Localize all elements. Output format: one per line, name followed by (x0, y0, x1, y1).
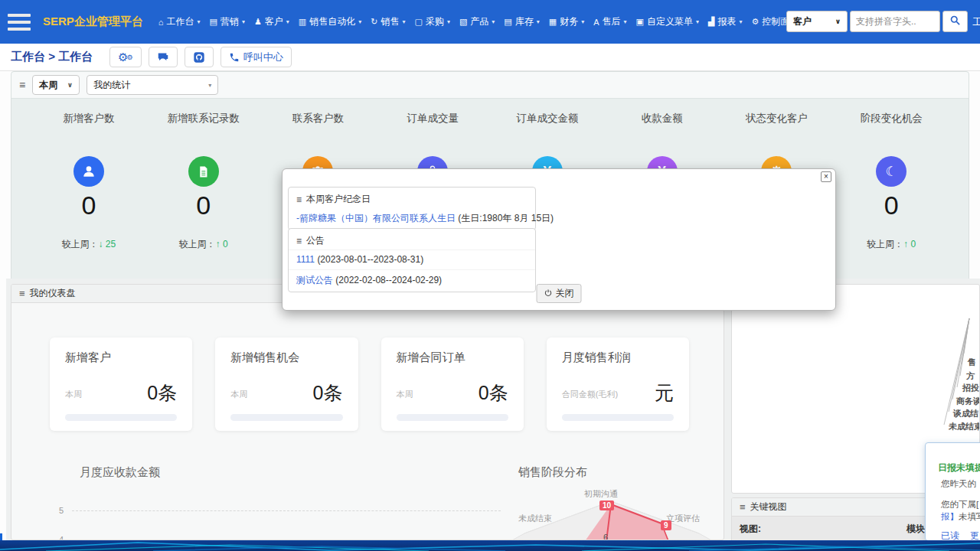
app-brand: SERP企业管理平台 (43, 15, 143, 29)
grid-icon: ▤ (210, 17, 217, 27)
radar-value-badge: 9 (661, 520, 671, 530)
chevron-down-icon: ▾ (358, 18, 361, 25)
global-search-input[interactable] (850, 11, 940, 32)
dashboard-card-new-opportunities: 新增销售机会本周0条 (215, 337, 358, 431)
list-icon: ≡ (296, 236, 302, 246)
card-value: 0条 (479, 380, 508, 406)
stat-card: 新增联系记录数0较上周：↑ 0 (146, 112, 261, 249)
clipped-nav-text: 工 (972, 15, 980, 29)
close-button[interactable]: 关闭 (537, 284, 582, 303)
package-icon: ▧ (459, 17, 467, 27)
nav-item-custom-menu[interactable]: ▣自定义菜单▾ (636, 15, 699, 28)
panel-menu-icon[interactable]: ≡ (19, 288, 25, 299)
dashboard-card-new-customers: 新增客户本周0条 (50, 337, 192, 431)
stats-header: ≡ 本周 ∨ 我的统计 ▾ (11, 72, 969, 99)
gear-icon: ⚙ (751, 17, 759, 27)
github-icon (193, 51, 205, 64)
daily-report-link2[interactable]: 报】 (941, 512, 959, 521)
nav-item-marketing[interactable]: ▤营销▾ (210, 15, 245, 28)
chevron-down-icon: ▾ (739, 18, 742, 25)
box-icon: ▢ (415, 17, 423, 27)
stat-title: 新增客户数 (31, 112, 146, 126)
dashboard-card-monthly-profit: 月度销售利润合同金额(毛利)元 (547, 337, 689, 431)
radar-label: 未成结束 (518, 513, 552, 524)
hamburger-menu-icon[interactable] (8, 14, 31, 31)
chevron-down-icon: ▾ (696, 18, 699, 25)
announcement-row: 测试公告 (2022-02-08--2024-02-29) (289, 269, 535, 292)
github-button[interactable] (185, 47, 214, 67)
chart-icon: ▟ (708, 17, 714, 27)
nav-search-group: 客户 ∨ (786, 11, 968, 32)
y-axis-tick: 5 (59, 506, 64, 515)
search-button[interactable] (942, 11, 968, 32)
nav-item-inventory[interactable]: ▤库存▾ (504, 15, 539, 28)
period-select[interactable]: 本周 ∨ (32, 75, 80, 95)
daily-report-notification: 日报未填提醒 2 您昨天的【日 您的下属[ 马大 报】未填写。 已读 更多... (925, 442, 980, 541)
nav-item-customers[interactable]: ♟客户▾ (254, 15, 289, 28)
announcement-row: 1111 (2023-08-01--2023-08-31) (289, 249, 535, 269)
card-progress-bar (397, 414, 508, 421)
list-icon: ▤ (504, 17, 511, 27)
announcement-link[interactable]: 测试公告 (296, 275, 333, 285)
stat-value: 0 (834, 191, 949, 220)
search-icon (949, 15, 961, 29)
card-period-label: 本周 (230, 389, 247, 406)
file-icon (188, 156, 219, 187)
stat-title: 订单成交量 (375, 112, 490, 126)
card-value: 元 (655, 380, 674, 406)
settings-button[interactable]: ⚙⚙ (109, 47, 142, 67)
anniversary-link[interactable]: -箭牌糖果（中国）有限公司联系人生日 (296, 213, 456, 223)
stat-title: 状态变化客户 (720, 112, 835, 126)
nav-item-purchasing[interactable]: ▢采购▾ (415, 15, 450, 28)
anniversary-header: 本周客户纪念日 (306, 193, 371, 206)
nav-item-after-sales[interactable]: A售后▾ (593, 15, 626, 28)
nav-item-reports[interactable]: ▟报表▾ (708, 15, 742, 28)
card-progress-bar (562, 414, 674, 421)
nav-item-sales[interactable]: ↻销售▾ (371, 15, 405, 28)
nav-item-sales-automation[interactable]: ▥销售自动化▾ (299, 15, 361, 28)
chevron-down-icon: ∨ (67, 81, 73, 89)
nav-item-finance[interactable]: ▦财务▾ (549, 15, 584, 28)
chevron-down-icon: ▾ (447, 18, 450, 25)
announcements-header: 公告 (306, 234, 325, 247)
receivables-chart-title: 月度应收款金额 (80, 465, 160, 480)
card-title: 新增销售机会 (230, 350, 342, 365)
pie-slice-label: 未成结束 (949, 421, 980, 432)
stat-title: 新增联系记录数 (146, 112, 261, 126)
tiles-icon: ▦ (549, 17, 557, 27)
scope-select[interactable]: 我的统计 ▾ (87, 75, 218, 95)
panel-menu-icon[interactable]: ≡ (19, 79, 25, 91)
announcement-rows: 1111 (2023-08-01--2023-08-31)测试公告 (2022-… (289, 249, 535, 292)
call-center-button[interactable]: 呼叫中心 (220, 47, 292, 67)
daily-report-link[interactable]: 【日 (976, 479, 980, 488)
announcements-box: ≡ 公告 1111 (2023-08-01--2023-08-31)测试公告 (… (288, 228, 536, 292)
close-icon[interactable]: × (821, 171, 831, 182)
announcement-link[interactable]: 1111 (296, 254, 315, 265)
stat-delta: 较上周：↑ 0 (834, 238, 949, 249)
nav-item-workbench[interactable]: ⌂工作台▾ (158, 15, 201, 28)
card-title: 月度销售利润 (562, 350, 674, 365)
chevron-down-icon: ▾ (581, 18, 584, 25)
desktop-wallpaper-stripe (0, 540, 980, 551)
panel-menu-icon[interactable]: ≡ (740, 501, 746, 513)
notification-line3: 未填写。 (959, 512, 980, 521)
nav-item-products[interactable]: ▧产品▾ (459, 15, 495, 28)
card-period-label: 本周 (397, 389, 413, 406)
chevron-down-icon: ▾ (537, 18, 540, 25)
chevron-down-icon: ▾ (492, 18, 495, 25)
call-center-label: 呼叫中心 (243, 51, 283, 64)
gears-icon: ⚙⚙ (118, 51, 133, 64)
stat-card: 新增客户数0较上周：↓ 25 (31, 112, 146, 249)
pie-slice-label: 售 (968, 357, 976, 368)
chat-button[interactable] (149, 47, 178, 67)
my-dashboard-panel: ≡ 我的仪表盘 新增客户本周0条新增销售机会本周0条新增合同订单本周0条月度销售… (11, 284, 724, 540)
stat-title: 收款金额 (605, 112, 720, 126)
module-column-label: 模块 (906, 523, 925, 536)
pie-slice-label: 方 (966, 370, 975, 382)
stat-card: 阶段变化机会☾0较上周：↑ 0 (834, 112, 949, 249)
notification-title: 日报未填提醒 2 (938, 461, 980, 474)
notification-line1: 您昨天的 (941, 479, 976, 488)
view-column-label: 视图: (740, 523, 761, 536)
card-progress-bar (65, 414, 177, 421)
search-category-select[interactable]: 客户 ∨ (786, 11, 848, 32)
